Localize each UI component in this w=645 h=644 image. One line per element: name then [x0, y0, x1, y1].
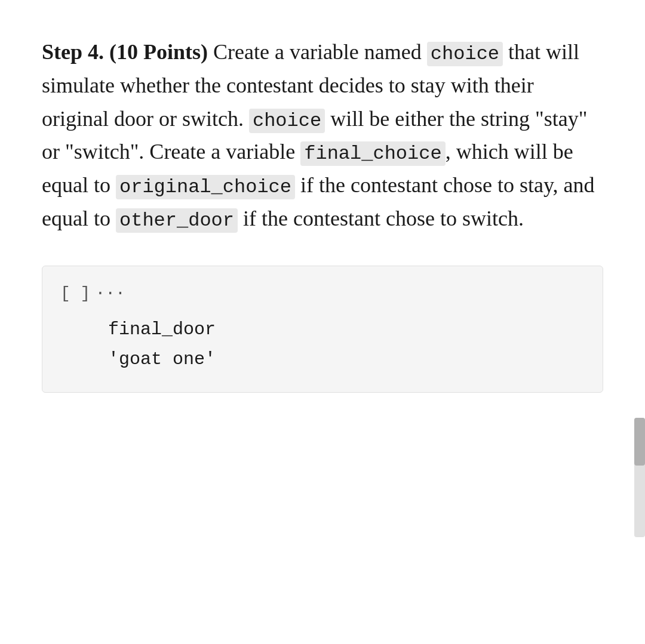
code-block-header: [ ] ···	[60, 284, 585, 303]
code-final-choice: final_choice	[300, 141, 445, 166]
bracket-label: [ ]	[60, 284, 90, 303]
scrollbar-track[interactable]	[634, 418, 645, 537]
code-original-choice: original_choice	[116, 175, 295, 199]
instruction-block: Step 4. (10 Points) Create a variable na…	[42, 36, 603, 236]
code-other-door: other_door	[116, 208, 238, 233]
code-line-1: final_door	[60, 315, 585, 344]
code-line-2: 'goat one'	[60, 344, 585, 374]
page-container: Step 4. (10 Points) Create a variable na…	[0, 0, 645, 429]
ellipsis-indicator: ···	[95, 284, 125, 303]
text-part-6: if the contestant chose to switch.	[238, 207, 524, 230]
step-label: Step 4. (10 Points)	[42, 40, 208, 64]
code-choice-2: choice	[249, 109, 325, 133]
scrollbar-thumb[interactable]	[634, 418, 645, 466]
code-choice-1: choice	[427, 42, 503, 66]
code-block: [ ] ··· final_door 'goat one'	[42, 266, 603, 393]
text-part-1: Create a variable named	[213, 40, 427, 64]
